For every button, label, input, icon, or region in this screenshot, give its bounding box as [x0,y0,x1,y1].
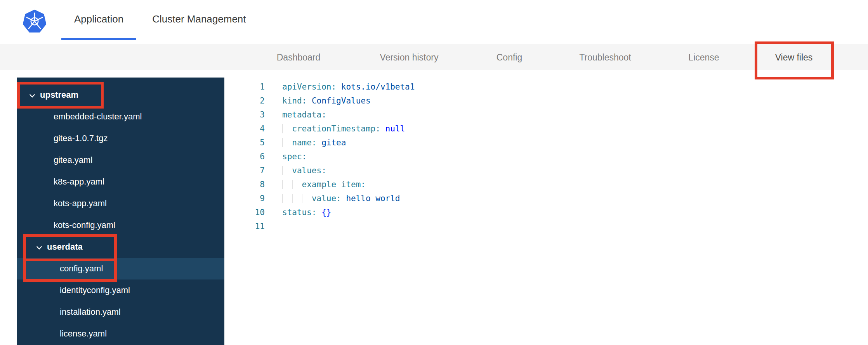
code-line: 3metadata: [224,108,868,122]
tree-item-license-yaml[interactable]: license.yaml [17,323,224,345]
subnav-tab-view-files[interactable]: View files [775,44,813,71]
line-number: 1 [224,80,265,94]
line-number: 4 [224,122,265,136]
header-tab-cluster-management[interactable]: Cluster Management [139,0,259,40]
line-number: 9 [224,191,265,205]
code-editor[interactable]: 1apiVersion: kots.io/v1beta12kind: Confi… [224,70,868,345]
subnav-tab-license[interactable]: License [688,44,719,71]
tree-item-installation-yaml[interactable]: installation.yaml [17,301,224,323]
line-number: 10 [224,205,265,219]
line-number: 8 [224,178,265,191]
line-number: 3 [224,108,265,122]
folder-label: upstream [40,90,78,100]
subnav-tab-dashboard[interactable]: Dashboard [277,44,321,71]
code-line: 10status: {} [224,205,868,219]
tree-item-gitea-yaml[interactable]: gitea.yaml [17,149,224,171]
tree-item-upstream[interactable]: upstream [17,84,224,106]
code-line: 11 [224,219,868,233]
code-line: 1apiVersion: kots.io/v1beta1 [224,80,868,94]
code-text: example_item: [282,178,366,191]
file-label: identityconfig.yaml [60,285,130,295]
tree-item-k8s-app-yaml[interactable]: k8s-app.yaml [17,171,224,193]
code-text: metadata: [282,108,326,122]
code-line: 4 creationTimestamp: null [224,122,868,136]
subnav-tab-version-history[interactable]: Version history [380,44,439,71]
code-text: apiVersion: kots.io/v1beta1 [282,80,415,94]
tree-item-embedded-cluster-yaml[interactable]: embedded-cluster.yaml [17,106,224,128]
subnav-tab-config[interactable]: Config [496,44,522,71]
subnav-tab-troubleshoot[interactable]: Troubleshoot [579,44,631,71]
file-tree: upstreamembedded-cluster.yamlgitea-1.0.7… [17,78,224,345]
folder-label: userdata [47,242,83,252]
code-line: 2kind: ConfigValues [224,94,868,108]
code-text: name: gitea [282,136,346,150]
top-header: ApplicationCluster Management [0,0,868,44]
code-text: spec: [282,150,307,164]
code-text: value: hello world [282,191,400,205]
line-number: 11 [224,219,265,233]
line-number: 5 [224,136,265,150]
tree-item-userdata[interactable]: userdata [17,236,224,258]
chevron-down-icon [29,91,36,98]
file-label: gitea.yaml [54,155,92,165]
code-line: 5 name: gitea [224,136,868,150]
code-text: creationTimestamp: null [282,122,405,136]
code-line: 7 values: [224,164,868,178]
file-label: gitea-1.0.7.tgz [54,133,108,143]
line-number: 6 [224,150,265,164]
file-label: installation.yaml [60,307,121,317]
tree-item-kots-app-yaml[interactable]: kots-app.yaml [17,193,224,214]
code-text: kind: ConfigValues [282,94,371,108]
tree-item-gitea-1-0-7-tgz[interactable]: gitea-1.0.7.tgz [17,128,224,149]
file-label: embedded-cluster.yaml [54,112,142,122]
code-line: 9 value: hello world [224,191,868,205]
chevron-down-icon [36,243,43,250]
kubernetes-logo-icon [22,9,47,34]
tree-item-kots-config-yaml[interactable]: kots-config.yaml [17,214,224,236]
file-label: config.yaml [60,264,103,274]
file-label: kots-app.yaml [54,198,107,209]
line-number: 7 [224,164,265,178]
code-text: values: [282,164,326,178]
file-label: kots-config.yaml [54,220,115,230]
header-tabs: ApplicationCluster Management [61,0,259,42]
code-text: status: {} [282,205,331,219]
file-label: license.yaml [60,329,107,339]
tree-item-config-yaml[interactable]: config.yaml [17,258,224,279]
code-line: 6spec: [224,150,868,164]
app-subnav: DashboardVersion historyConfigTroublesho… [0,44,868,70]
line-number: 2 [224,94,265,108]
code-line: 8 example_item: [224,178,868,191]
header-tab-application[interactable]: Application [61,0,136,40]
file-label: k8s-app.yaml [54,177,104,187]
tree-item-identityconfig-yaml[interactable]: identityconfig.yaml [17,279,224,301]
kots-admin-console: ApplicationCluster Management DashboardV… [0,0,868,345]
